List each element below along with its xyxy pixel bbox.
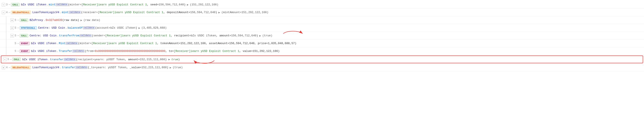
param-key-from: from= <box>86 50 95 53</box>
pipe-indent <box>6 16 10 24</box>
calldata-badge[interactable]: calldata <box>72 50 84 52</box>
result-arrow-icon: ▶ <box>187 3 189 6</box>
depth-number: 3 <box>7 58 9 61</box>
params-open: ( <box>68 3 70 6</box>
params-close: ) <box>167 66 168 69</box>
method-name: transferFrom <box>59 34 79 37</box>
param-receiver: [Receiver]iearn yUSD Exploit Contract 1 <box>98 11 163 14</box>
trace-row: + 5 → CALL Centre: USD Coin . transferFr… <box>0 32 644 40</box>
calldata-badge[interactable]: calldata <box>56 3 68 6</box>
param-receiver: [Receiver]iearn yUSD Exploit Contract 1 <box>82 3 147 6</box>
expand-button[interactable]: − <box>2 3 5 6</box>
param-sep2: , amount= <box>216 34 231 37</box>
calldata-badge[interactable]: calldata <box>83 26 95 29</box>
contract-name: BZxProxy <box>30 18 43 22</box>
contract-name: LoanTokenLogicV4 <box>32 11 59 14</box>
result-value: (true) <box>173 66 183 69</box>
param-amount: 152,215,111,860 <box>140 58 165 61</box>
red-arrow-annotation-2 <box>193 56 218 63</box>
trace-row: + 4 → DELEGATECALL LoanTokenLogicV4 . tr… <box>0 64 644 72</box>
method-name: 0x327ab639 <box>46 18 62 22</box>
trace-rows: − 3 → CALL bZx USDC iToken . mint callda… <box>0 0 644 72</box>
arrow-icon: → <box>8 3 10 6</box>
depth-number: 5 <box>15 34 16 37</box>
method-name: transfer <box>50 58 63 61</box>
param-value: yearn: yUSDT Token <box>94 58 125 61</box>
trace-row-outlined: − 3 → CALL bZx USDC iToken . transfer ca… <box>1 56 643 63</box>
param-number: 156,594,712,640 <box>159 3 184 6</box>
event-badge: EVENT <box>20 42 30 45</box>
trace-row: 5 → EVENT bZx USDC iToken . Mint calldat… <box>0 40 644 47</box>
expand-button[interactable]: + <box>10 18 14 22</box>
result-arrow-icon: ▶ <box>80 18 82 22</box>
result-close: ) <box>178 58 180 61</box>
param-receiver: [Receiver]iearn yUSD Exploit Contract 1 <box>92 42 157 45</box>
depth-number: 4 <box>6 11 8 14</box>
arrow-icon: → <box>17 18 19 22</box>
call-badge: CALL <box>11 3 20 6</box>
param-sep: , to= <box>166 50 174 53</box>
params-close: ) <box>184 3 186 6</box>
depth-number: 4 <box>6 66 8 69</box>
params-close: ) <box>165 58 167 61</box>
params-close: ) <box>216 11 217 14</box>
method-name: mint <box>62 11 68 14</box>
result-arrow-icon: ▶ <box>218 11 220 14</box>
expand-button[interactable]: + <box>10 26 14 30</box>
contract-name: bZx USDC iToken <box>31 42 56 45</box>
depth-number: 5 <box>15 50 16 53</box>
pipe-indent <box>6 32 10 40</box>
red-arrow-annotation <box>281 32 307 39</box>
depth-number: 5 <box>15 19 16 22</box>
contract-name: Centre: USD Coin <box>38 26 65 30</box>
param-number: 156,594,712,640 <box>190 11 216 14</box>
param-amount: 152,215,111,860 <box>142 66 167 69</box>
result-arrow-icon: ▶ <box>170 66 172 69</box>
delegatecall-badge: DELEGATECALL <box>11 66 31 69</box>
arrow-icon: → <box>17 26 19 30</box>
params-open: ( <box>81 11 83 14</box>
call-badge: CALL <box>20 18 28 22</box>
param-key: minter= <box>80 42 92 45</box>
contract-name: bZx USDC iToken <box>31 50 56 53</box>
result-value: (151,292,122,166) <box>190 3 218 6</box>
param-address: 0x00000000000000000000000000000000000000… <box>95 50 166 53</box>
depth-number: 5 <box>15 42 16 45</box>
trace-row: + 5 → STATICCALL Centre: USD Coin . bala… <box>0 24 644 32</box>
param-sep: , seed= <box>147 3 159 6</box>
trace-row: − 3 → CALL bZx USDC iToken . mint callda… <box>0 1 644 8</box>
result-value: (raw data) <box>84 18 100 22</box>
expand-button[interactable]: + <box>10 34 14 38</box>
arrow-icon: → <box>17 34 19 37</box>
result-arrow-icon: ▶ <box>168 58 170 61</box>
staticcall-badge: STATICCALL <box>20 26 37 30</box>
params-open: ( <box>92 34 94 37</box>
method-name: transfer <box>62 66 75 69</box>
expand-button[interactable]: − <box>2 11 5 14</box>
trace-row: + 5 → CALL BZxProxy . 0x327ab639 (raw da… <box>0 16 644 24</box>
param-receiver: [Receiver]iearn yUSD Exploit Contract 1 <box>174 50 239 53</box>
pipe-indent <box>6 47 10 55</box>
method-name: Transfer <box>59 50 72 53</box>
method-name: Mint <box>59 42 66 45</box>
expand-button[interactable]: − <box>3 58 6 61</box>
param-key: receiver= <box>83 11 98 14</box>
contract-name: bZx USDC iToken <box>21 3 46 6</box>
param-key: _to= <box>90 66 96 69</box>
method-name: mint <box>49 3 55 6</box>
calldata-badge[interactable]: calldata <box>64 58 76 61</box>
expand-button[interactable]: + <box>2 66 5 69</box>
param-key: minter= <box>70 3 82 6</box>
result-arrow-icon: ▶ <box>138 26 140 30</box>
params-close: ) <box>278 50 280 53</box>
delegatecall-badge: DELEGATECALL <box>11 11 31 14</box>
trace-row: − 4 → DELEGATECALL LoanTokenLogicV4 . mi… <box>0 8 644 16</box>
result-value: (mintAmount=151,292,122,166) <box>222 11 268 14</box>
calldata-badge[interactable]: calldata <box>69 11 81 14</box>
arrow-icon: → <box>17 42 19 45</box>
param-value: yearn: yUSDT Token <box>96 66 126 69</box>
calldata-badge[interactable]: calldata <box>76 66 88 69</box>
trace-container: − 3 → CALL bZx USDC iToken . mint callda… <box>0 0 644 72</box>
calldata-badge[interactable]: calldata <box>66 42 78 45</box>
calldata-badge[interactable]: calldata <box>80 34 92 37</box>
